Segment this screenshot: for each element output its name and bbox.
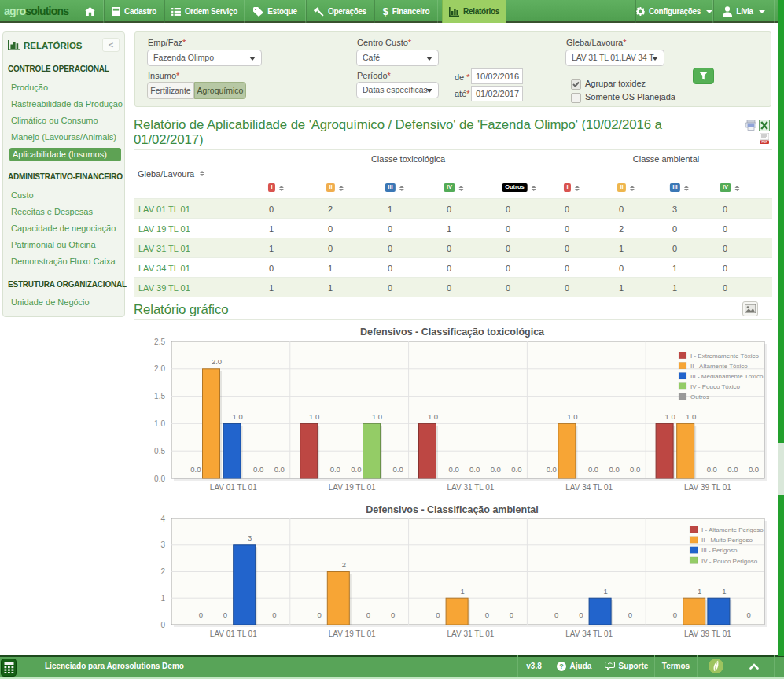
svg-text:0.0: 0.0 bbox=[609, 465, 619, 474]
svg-text:II - Muito Perigoso: II - Muito Perigoso bbox=[701, 537, 753, 544]
svg-text:0: 0 bbox=[579, 611, 583, 619]
svg-text:1: 1 bbox=[160, 594, 165, 603]
svg-text:?: ? bbox=[559, 662, 564, 670]
svg-text:0.0: 0.0 bbox=[469, 465, 480, 474]
svg-text:0.0: 0.0 bbox=[274, 465, 285, 474]
svg-text:0: 0 bbox=[272, 611, 276, 619]
svg-text:LAV 01 TL 01: LAV 01 TL 01 bbox=[210, 483, 257, 492]
svg-text:0: 0 bbox=[317, 611, 321, 619]
svg-text:1.0: 1.0 bbox=[567, 412, 577, 421]
svg-text:2.5: 2.5 bbox=[154, 338, 165, 346]
svg-text:0: 0 bbox=[673, 611, 677, 619]
svg-text:III - Medianamente Tóxico: III - Medianamente Tóxico bbox=[690, 373, 764, 380]
svg-text:0: 0 bbox=[366, 611, 370, 619]
svg-text:1.5: 1.5 bbox=[154, 392, 165, 400]
svg-text:IV - Pouco Perigoso: IV - Pouco Perigoso bbox=[701, 558, 758, 565]
svg-text:LAV 39 TL 01: LAV 39 TL 01 bbox=[684, 629, 731, 638]
svg-text:1.0: 1.0 bbox=[428, 412, 438, 421]
svg-text:I - Extremamente Tóxico: I - Extremamente Tóxico bbox=[690, 352, 760, 360]
svg-text:0.0: 0.0 bbox=[392, 465, 403, 474]
svg-text:III - Perigoso: III - Perigoso bbox=[701, 547, 738, 554]
svg-text:0.0: 0.0 bbox=[588, 465, 598, 474]
svg-text:1.0: 1.0 bbox=[232, 412, 242, 421]
svg-text:1: 1 bbox=[698, 587, 701, 596]
svg-text:2: 2 bbox=[160, 567, 165, 576]
svg-text:0.0: 0.0 bbox=[190, 465, 201, 474]
svg-text:1.0: 1.0 bbox=[154, 419, 165, 428]
svg-text:0.0: 0.0 bbox=[511, 465, 521, 474]
svg-text:0: 0 bbox=[628, 611, 632, 619]
svg-text:LAV 39 TL 01: LAV 39 TL 01 bbox=[684, 483, 731, 492]
svg-text:LAV 31 TL 01: LAV 31 TL 01 bbox=[447, 483, 494, 492]
svg-text:2.0: 2.0 bbox=[212, 357, 222, 366]
svg-text:1.0: 1.0 bbox=[686, 412, 696, 421]
svg-text:LAV 19 TL 01: LAV 19 TL 01 bbox=[329, 629, 376, 638]
svg-text:3: 3 bbox=[248, 533, 252, 542]
svg-text:0.5: 0.5 bbox=[154, 447, 165, 456]
svg-text:0.0: 0.0 bbox=[253, 465, 263, 474]
svg-text:0: 0 bbox=[554, 611, 558, 619]
svg-text:3: 3 bbox=[160, 541, 165, 549]
svg-text:LAV 34 TL 01: LAV 34 TL 01 bbox=[565, 483, 613, 492]
svg-text:1.0: 1.0 bbox=[372, 412, 382, 421]
svg-text:0.0: 0.0 bbox=[491, 465, 501, 474]
svg-text:4: 4 bbox=[160, 515, 165, 523]
svg-text:PDF: PDF bbox=[761, 141, 767, 144]
svg-text:0.0: 0.0 bbox=[547, 465, 557, 474]
svg-text:0.0: 0.0 bbox=[330, 465, 340, 474]
svg-text:LAV 01 TL 01: LAV 01 TL 01 bbox=[210, 629, 257, 638]
svg-text:0.0: 0.0 bbox=[749, 465, 759, 474]
svg-text:Defensivos - Classificação amb: Defensivos - Classificação ambiental bbox=[366, 504, 539, 515]
svg-text:1: 1 bbox=[603, 587, 607, 596]
svg-text:0: 0 bbox=[160, 621, 165, 629]
svg-text:II - Altamente Tóxico: II - Altamente Tóxico bbox=[690, 363, 748, 370]
svg-text:0: 0 bbox=[199, 611, 203, 619]
svg-text:0.0: 0.0 bbox=[351, 465, 361, 474]
svg-text:I - Altamente Perigoso: I - Altamente Perigoso bbox=[701, 526, 764, 533]
svg-text:0.0: 0.0 bbox=[630, 465, 640, 474]
svg-text:1: 1 bbox=[722, 587, 726, 596]
svg-text:0: 0 bbox=[746, 611, 750, 619]
svg-text:0.0: 0.0 bbox=[448, 465, 458, 474]
svg-text:0.0: 0.0 bbox=[727, 465, 738, 474]
svg-text:IV - Pouco Tóxico: IV - Pouco Tóxico bbox=[690, 383, 741, 390]
svg-text:2.0: 2.0 bbox=[154, 364, 165, 373]
svg-text:2: 2 bbox=[342, 560, 346, 569]
svg-text:LAV 34 TL 01: LAV 34 TL 01 bbox=[565, 629, 613, 638]
svg-text:0.0: 0.0 bbox=[154, 474, 165, 483]
svg-text:LAV 31 TL 01: LAV 31 TL 01 bbox=[447, 629, 494, 638]
svg-text:0: 0 bbox=[510, 611, 513, 619]
svg-text:LAV 19 TL 01: LAV 19 TL 01 bbox=[329, 483, 376, 492]
svg-text:Defensivos - Classificação tox: Defensivos - Classificação toxicológica bbox=[360, 327, 545, 338]
svg-text:0: 0 bbox=[223, 611, 227, 619]
svg-text:0: 0 bbox=[436, 611, 440, 619]
svg-text:0.0: 0.0 bbox=[707, 465, 717, 474]
svg-text:Outros: Outros bbox=[690, 393, 709, 400]
svg-text:1: 1 bbox=[460, 587, 464, 596]
svg-text:1.0: 1.0 bbox=[309, 412, 319, 421]
svg-text:0: 0 bbox=[391, 611, 395, 619]
svg-text:1.0: 1.0 bbox=[664, 412, 675, 421]
svg-text:0: 0 bbox=[485, 611, 489, 619]
